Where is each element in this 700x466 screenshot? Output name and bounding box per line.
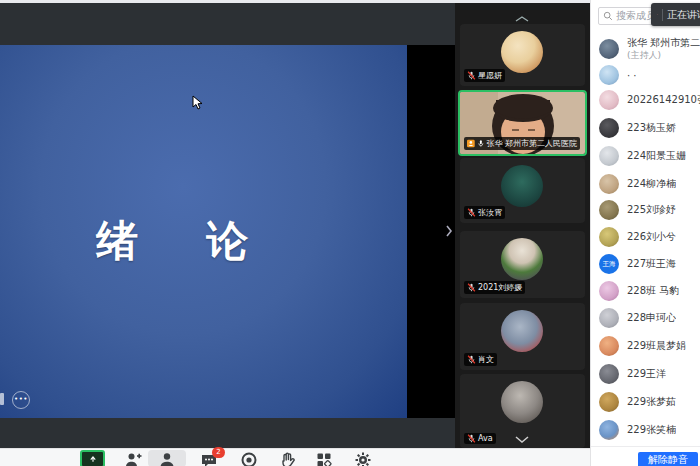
member-name: 228申珂心 [627,311,676,325]
mic-muted-icon [657,9,658,20]
meeting-app-window: 绪 论 ••• 2 [0,0,700,466]
avatar [501,310,543,352]
member-name: · · [627,70,637,81]
avatar [599,65,619,85]
mic-muted-icon [467,355,476,364]
avatar [599,364,619,384]
member-name: 223杨玉娇 [627,121,676,135]
member-name: 226刘小兮 [627,230,676,244]
member-name: 20226142910张凯露 [627,93,700,107]
mic-muted-icon [467,434,476,443]
mic-on-icon [477,139,485,148]
avatar [501,165,543,207]
member-row[interactable]: 229张梦茹 [599,391,700,413]
member-name: 229王洋 [627,367,666,381]
slide-title: 绪 论 [96,213,251,269]
video-tile[interactable]: 张汝霄 [460,158,585,223]
member-row[interactable]: 228班 马豹 [599,280,700,302]
member-row[interactable]: 229张笑楠 [599,419,700,441]
mic-muted-icon [467,71,476,80]
search-placeholder: 搜索成员 [616,9,656,23]
mic-muted-icon [467,208,476,217]
mouse-cursor-icon [192,95,204,115]
participant-name-label: 星愿妍 [464,69,505,82]
member-row[interactable]: 王海 227班王海 [599,253,700,275]
member-row[interactable]: 224柳净楠 [599,173,700,195]
avatar [599,146,619,166]
sharing-indicator-button[interactable] [80,450,105,466]
collapse-strip-chevron-icon[interactable] [444,221,454,245]
more-options-icon[interactable]: ••• [12,391,30,409]
avatar [599,336,619,356]
meeting-bottombar [0,418,455,448]
avatar [599,308,619,328]
mic-muted-icon [467,283,476,292]
video-tile[interactable]: 星愿妍 [460,24,585,86]
panel-footer-divider [591,446,700,447]
chat-button[interactable]: 2 [200,451,220,466]
video-tile[interactable]: 2021刘婷媛 [460,231,585,298]
avatar [599,174,619,194]
invite-button[interactable] [124,451,144,466]
member-row[interactable]: 229班晨梦娟 [599,335,700,357]
raise-hand-button[interactable] [279,451,299,466]
participant-name-label: Ava [464,433,496,444]
member-name: 229班晨梦娟 [627,339,686,353]
avatar [501,238,543,280]
member-name: 张华 郑州市第二人民医院 [627,37,700,49]
search-icon [603,11,613,21]
members-panel: 搜索成员 正在讲话 张华 郑州市第二人民医院 (主持人) · · 2022614… [590,0,700,466]
host-badge-icon [467,139,475,148]
avatar: 王海 [599,254,619,274]
member-row[interactable]: 224阳景玉姗 [599,145,700,167]
member-name: 227班王海 [627,257,676,271]
member-row[interactable]: 229王洋 [599,363,700,385]
member-name: 229张梦茹 [627,395,676,409]
member-name: 225刘珍妤 [627,203,676,217]
avatar [599,227,619,247]
avatar [599,392,619,412]
scroll-down-chevron-icon[interactable] [512,429,532,448]
shared-screen-stage: 绪 论 ••• [0,45,455,418]
member-row[interactable]: 228申珂心 [599,307,700,329]
share-caret-icon[interactable] [103,458,111,466]
member-role: (主持人) [627,49,700,61]
avatar [599,90,619,110]
avatar [599,39,619,59]
avatar [501,381,543,423]
meeting-topbar [0,3,455,45]
record-button[interactable] [240,451,260,466]
participant-name-label: 张华 郑州市第二人民医院 [464,137,580,150]
video-tile[interactable]: 肖文 [460,303,585,370]
avatar [599,200,619,220]
meeting-toolbar: 2 离开会议 [0,448,590,466]
speaking-indicator-toast: 正在讲话 [651,3,700,26]
video-tile-active-speaker[interactable]: 张华 郑州市第二人民医院 [458,90,587,156]
unmute-button[interactable]: 解除静音 [638,452,698,466]
participant-name-label: 2021刘婷媛 [464,281,525,294]
avatar [599,420,619,440]
annotation-bar-fragment [0,393,4,405]
member-row[interactable]: 20226142910张凯露 [599,89,700,111]
member-row[interactable]: 223杨玉娇 [599,117,700,139]
member-name: 224阳景玉姗 [627,149,686,163]
toast-divider [662,9,663,21]
avatar [599,118,619,138]
members-button[interactable] [158,451,178,466]
member-name: 228班 马豹 [627,284,679,298]
chat-unread-badge: 2 [212,447,225,458]
settings-button[interactable] [354,451,374,466]
member-row[interactable]: · · [599,64,700,86]
member-name: 229张笑楠 [627,423,676,437]
member-row[interactable]: 225刘珍妤 [599,199,700,221]
member-row[interactable]: 张华 郑州市第二人民医院 (主持人) [599,34,700,64]
apps-button[interactable] [315,451,335,466]
video-thumbnail-strip: 星愿妍 张华 郑州市第二人民医院 张汝霄 2021刘婷媛 [455,3,590,448]
member-row[interactable]: 226刘小兮 [599,226,700,248]
member-name: 224柳净楠 [627,177,676,191]
participant-name-label: 肖文 [464,353,497,366]
avatar [501,31,543,73]
avatar [599,281,619,301]
participant-name-label: 张汝霄 [464,206,505,219]
speaking-indicator-text: 正在讲话 [667,8,700,22]
